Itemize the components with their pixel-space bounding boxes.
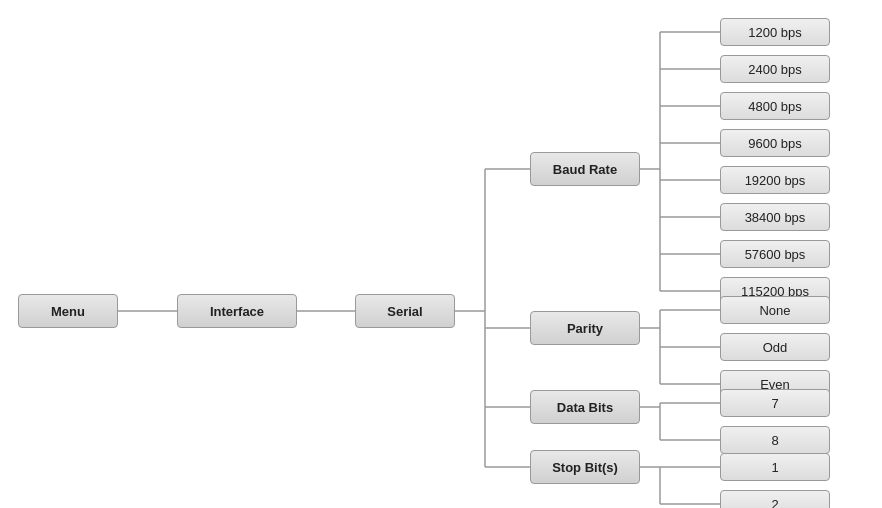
baud-leaf-3[interactable]: 9600 bps	[720, 129, 830, 157]
baud-leaf-1[interactable]: 2400 bps	[720, 55, 830, 83]
baud-leaf-2[interactable]: 4800 bps	[720, 92, 830, 120]
data-bits-leaf-0[interactable]: 7	[720, 389, 830, 417]
baud-leaf-6[interactable]: 57600 bps	[720, 240, 830, 268]
interface-node[interactable]: Interface	[177, 294, 297, 328]
data-bits-node[interactable]: Data Bits	[530, 390, 640, 424]
parity-leaf-1[interactable]: Odd	[720, 333, 830, 361]
serial-node[interactable]: Serial	[355, 294, 455, 328]
parity-node[interactable]: Parity	[530, 311, 640, 345]
baud-rate-node[interactable]: Baud Rate	[530, 152, 640, 186]
stop-bits-leaf-0[interactable]: 1	[720, 453, 830, 481]
stop-bits-node[interactable]: Stop Bit(s)	[530, 450, 640, 484]
baud-leaf-0[interactable]: 1200 bps	[720, 18, 830, 46]
data-bits-leaf-1[interactable]: 8	[720, 426, 830, 454]
baud-leaf-4[interactable]: 19200 bps	[720, 166, 830, 194]
menu-node[interactable]: Menu	[18, 294, 118, 328]
stop-bits-leaf-1[interactable]: 2	[720, 490, 830, 508]
parity-leaf-0[interactable]: None	[720, 296, 830, 324]
baud-leaf-5[interactable]: 38400 bps	[720, 203, 830, 231]
tree-container: MenuInterfaceSerialBaud RateParityData B…	[0, 0, 882, 508]
